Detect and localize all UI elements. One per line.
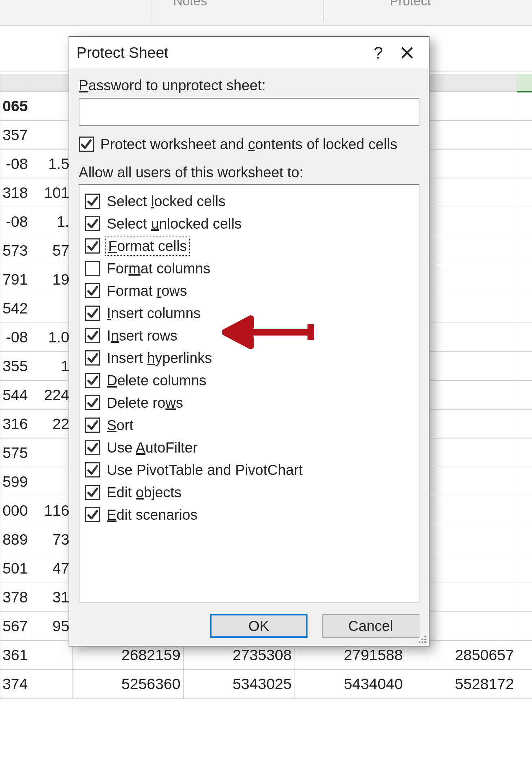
- permission-row[interactable]: Format columns: [83, 257, 415, 280]
- cell[interactable]: -08: [0, 150, 31, 178]
- cell[interactable]: ..7E+08: [517, 150, 532, 178]
- permission-checkbox[interactable]: [85, 350, 100, 366]
- cell[interactable]: 378: [0, 583, 31, 612]
- permission-checkbox[interactable]: [85, 485, 100, 500]
- cell[interactable]: 22E+08: [517, 323, 532, 352]
- permission-checkbox[interactable]: [85, 238, 100, 254]
- resize-grip[interactable]: [416, 633, 427, 644]
- permission-row[interactable]: Select locked cells: [83, 190, 415, 212]
- cell[interactable]: 95: [31, 612, 73, 641]
- cell[interactable]: 501: [0, 554, 31, 583]
- cancel-button[interactable]: Cancel: [322, 614, 419, 638]
- cell[interactable]: 525067: [517, 410, 532, 438]
- permission-row[interactable]: Edit objects: [83, 481, 415, 503]
- permission-checkbox[interactable]: [85, 507, 100, 522]
- cell[interactable]: 173654: [517, 178, 532, 207]
- cell[interactable]: 1970: [517, 92, 532, 121]
- cell[interactable]: 73: [31, 525, 73, 554]
- cell[interactable]: [31, 294, 73, 323]
- cell[interactable]: 355: [0, 352, 31, 381]
- cell[interactable]: 791: [0, 265, 31, 294]
- protect-contents-checkbox[interactable]: [79, 137, 94, 152]
- cell[interactable]: 318: [0, 178, 31, 207]
- cell[interactable]: 19: [31, 265, 73, 294]
- cell[interactable]: 135479: [517, 265, 532, 294]
- cell[interactable]: 5528172: [406, 670, 517, 699]
- cell[interactable]: 880564: [517, 381, 532, 410]
- cell[interactable]: -08: [0, 207, 31, 236]
- cell[interactable]: 180032: [517, 554, 532, 583]
- permission-row[interactable]: Edit scenarios: [83, 503, 415, 526]
- column-header[interactable]: [0, 74, 31, 92]
- cell[interactable]: 1: [31, 352, 73, 381]
- cell[interactable]: 361: [0, 641, 31, 670]
- cell[interactable]: 479070: [517, 583, 532, 612]
- cell[interactable]: 24275: [517, 294, 532, 323]
- cell[interactable]: 065: [0, 92, 31, 121]
- cell[interactable]: 27362: [517, 438, 532, 467]
- cell[interactable]: [31, 670, 73, 699]
- permission-checkbox[interactable]: [85, 418, 100, 433]
- permission-row[interactable]: Sort: [83, 414, 415, 436]
- permission-row[interactable]: Insert rows: [83, 324, 415, 347]
- cell[interactable]: 31: [31, 583, 73, 612]
- cell[interactable]: 101: [31, 178, 73, 207]
- cell[interactable]: 567: [0, 612, 31, 641]
- cell[interactable]: 507000: [517, 496, 532, 525]
- protect-contents-row[interactable]: Protect worksheet and contents of locked…: [79, 134, 419, 154]
- cell[interactable]: 59070: [517, 121, 532, 150]
- permission-row[interactable]: Insert columns: [83, 302, 415, 324]
- cell[interactable]: 5343025: [184, 670, 295, 699]
- cell[interactable]: 57: [31, 236, 73, 265]
- permissions-list[interactable]: Select locked cellsSelect unlocked cells…: [79, 184, 419, 602]
- permission-checkbox[interactable]: [85, 462, 100, 477]
- cell[interactable]: 544: [0, 381, 31, 410]
- permission-checkbox[interactable]: [85, 328, 100, 343]
- cell[interactable]: -08: [0, 323, 31, 352]
- cell[interactable]: 357: [0, 121, 31, 150]
- cell[interactable]: 2912338: [517, 641, 532, 670]
- permission-checkbox[interactable]: [85, 216, 100, 231]
- cell[interactable]: 5256360: [73, 670, 184, 699]
- ok-button[interactable]: OK: [210, 614, 308, 638]
- cell[interactable]: 5434040: [295, 670, 406, 699]
- cell[interactable]: 000: [0, 496, 31, 525]
- cell[interactable]: [31, 467, 73, 496]
- cell[interactable]: 234512: [517, 352, 532, 381]
- cell[interactable]: 64184: [517, 467, 532, 496]
- permission-checkbox[interactable]: [85, 440, 100, 455]
- permission-row[interactable]: Insert hyperlinks: [83, 347, 415, 369]
- cell[interactable]: 655549: [517, 612, 532, 641]
- cell[interactable]: [31, 641, 73, 670]
- help-button[interactable]: ?: [364, 42, 393, 64]
- cell[interactable]: 316: [0, 410, 31, 438]
- permission-checkbox[interactable]: [85, 373, 100, 388]
- permission-row[interactable]: Format cells: [83, 235, 415, 257]
- cell[interactable]: 47: [31, 554, 73, 583]
- permission-checkbox[interactable]: [85, 395, 100, 410]
- permission-checkbox[interactable]: [85, 194, 100, 209]
- cell[interactable]: 890360: [517, 236, 532, 265]
- password-input[interactable]: [79, 98, 419, 126]
- cell[interactable]: 1.5: [31, 150, 73, 178]
- cell[interactable]: 573: [0, 236, 31, 265]
- column-header[interactable]: [31, 74, 73, 92]
- cell[interactable]: [31, 121, 73, 150]
- cell[interactable]: 1.0: [31, 323, 73, 352]
- permission-row[interactable]: Delete columns: [83, 369, 415, 392]
- cell[interactable]: [31, 92, 73, 121]
- permission-row[interactable]: Format rows: [83, 280, 415, 302]
- column-header-m[interactable]: M: [517, 74, 532, 92]
- permission-row[interactable]: Delete rows: [83, 392, 415, 414]
- cell[interactable]: 374: [0, 670, 31, 699]
- cell[interactable]: 1.: [31, 207, 73, 236]
- cell[interactable]: 116: [31, 496, 73, 525]
- permission-row[interactable]: Use PivotTable and PivotChart: [83, 459, 415, 481]
- permission-row[interactable]: Select unlocked cells: [83, 212, 415, 235]
- permission-checkbox[interactable]: [85, 261, 100, 276]
- cell[interactable]: [31, 438, 73, 467]
- permission-checkbox[interactable]: [85, 283, 100, 298]
- cell[interactable]: 467086: [517, 525, 532, 554]
- close-button[interactable]: [393, 42, 422, 64]
- cell[interactable]: 889: [0, 525, 31, 554]
